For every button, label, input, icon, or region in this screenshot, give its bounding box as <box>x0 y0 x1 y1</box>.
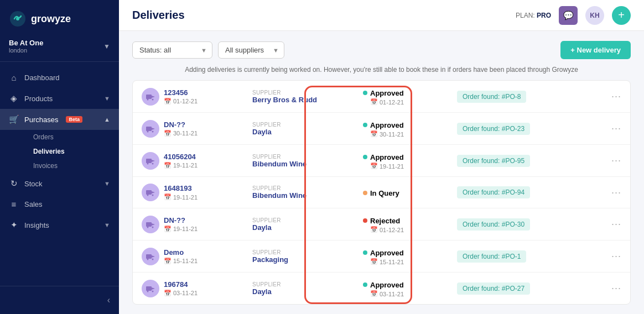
svg-point-25 <box>152 258 154 260</box>
svg-rect-14 <box>146 190 152 195</box>
status-col: In Query <box>363 187 457 197</box>
delivery-id[interactable]: 123456 <box>164 88 252 97</box>
status-text: In Query <box>370 189 399 197</box>
row-actions-button[interactable]: ··· <box>599 123 621 134</box>
svg-point-4 <box>147 98 149 100</box>
row-actions-button[interactable]: ··· <box>599 250 621 262</box>
logo-text: growyze <box>31 13 71 25</box>
calendar-icon: 📅 <box>370 290 378 297</box>
delivery-date: 📅03-11-21 <box>164 290 252 297</box>
delivery-id[interactable]: DN-?? <box>164 121 252 129</box>
user-avatar[interactable]: KH <box>585 6 604 25</box>
order-tag[interactable]: Order found: #PO-95 <box>457 155 530 167</box>
supplier-filter-wrapper: All suppliers ▼ <box>218 41 284 59</box>
order-tag[interactable]: Order found: #PO-1 <box>457 250 526 263</box>
order-tag[interactable]: Order found: #PO-27 <box>457 282 530 295</box>
delivery-id-col: 1648193 📅19-11-21 <box>164 184 252 201</box>
sidebar-item-sales[interactable]: ≡ Sales <box>0 194 119 214</box>
table-row[interactable]: 1648193 📅19-11-21 Supplier Bibendum Wine… <box>133 177 630 208</box>
supplier-label: Supplier <box>252 90 363 96</box>
table-row[interactable]: DN-?? 📅19-11-21 Supplier Dayla Rejected … <box>133 208 630 240</box>
status-text: Approved <box>370 89 404 97</box>
status-dot-icon <box>363 250 367 255</box>
delivery-date: 📅30-11-21 <box>164 130 252 137</box>
order-tag[interactable]: Order found: #PO-8 <box>457 91 526 103</box>
status-date: 📅15-11-21 <box>370 258 457 265</box>
table-row[interactable]: 196784 📅03-11-21 Supplier Dayla Approved… <box>133 273 630 304</box>
order-col: Order found: #PO-30 <box>457 218 599 231</box>
supplier-name: Dayla <box>252 223 363 232</box>
order-tag[interactable]: Order found: #PO-30 <box>457 218 530 231</box>
table-row[interactable]: 41056204 📅19-11-21 Supplier Bibendum Win… <box>133 145 630 177</box>
table-row[interactable]: DN-?? 📅30-11-21 Supplier Dayla Approved … <box>133 113 630 145</box>
delivery-id[interactable]: DN-?? <box>164 216 252 224</box>
sidebar-item-orders[interactable]: Orders <box>24 130 119 144</box>
chevron-down-icon: ▼ <box>103 43 110 50</box>
delivery-avatar <box>142 184 159 201</box>
status-dot-icon <box>363 191 367 195</box>
sidebar-item-purchases[interactable]: 🛒 Purchases Beta ▲ <box>0 109 119 130</box>
org-selector[interactable]: Be At One london ▼ <box>0 35 119 62</box>
toolbar: Status: all Status: approved Status: rej… <box>132 41 631 59</box>
stock-icon: ↻ <box>9 179 19 189</box>
sidebar-item-insights[interactable]: ✦ Insights ▼ <box>0 214 119 236</box>
products-icon: ◈ <box>9 93 19 103</box>
status-text: Rejected <box>370 217 400 225</box>
status-filter[interactable]: Status: all Status: approved Status: rej… <box>132 41 212 59</box>
status-date: 📅03-11-21 <box>370 290 457 297</box>
row-actions-button[interactable]: ··· <box>599 218 621 230</box>
purchases-subnav: Orders Deliveries Invoices <box>0 130 119 173</box>
order-tag[interactable]: Order found: #PO-94 <box>457 186 530 198</box>
supplier-label: Supplier <box>252 281 363 287</box>
chat-button[interactable]: 💬 <box>559 6 578 25</box>
supplier-name: Berry Bros & Rudd <box>252 96 363 104</box>
sidebar-item-deliveries[interactable]: Deliveries <box>24 144 119 159</box>
new-delivery-button[interactable]: + New delivery <box>560 41 631 59</box>
delivery-id[interactable]: 41056204 <box>164 153 252 161</box>
row-actions-button[interactable]: ··· <box>599 91 621 102</box>
sidebar-item-products[interactable]: ◈ Products ▼ <box>0 88 119 109</box>
order-col: Order found: #PO-1 <box>457 250 599 263</box>
delivery-avatar <box>142 120 159 138</box>
supplier-name: Bibendum Wine <box>252 160 363 168</box>
status-date: 📅01-12-21 <box>370 226 457 233</box>
collapse-sidebar-button[interactable]: ‹ <box>0 292 119 308</box>
delivery-id[interactable]: 1648193 <box>164 184 252 192</box>
status-dot-icon <box>363 218 367 223</box>
svg-marker-27 <box>152 287 155 290</box>
sidebar-item-dashboard[interactable]: ⌂ Dashboard <box>0 67 119 88</box>
dashboard-icon: ⌂ <box>9 73 19 82</box>
status-filter-wrapper: Status: all Status: approved Status: rej… <box>132 41 212 59</box>
supplier-filter[interactable]: All suppliers <box>218 41 284 59</box>
supplier-col: Supplier Dayla <box>252 122 363 136</box>
sidebar: growyze Be At One london ▼ ⌂ Dashboard ◈… <box>0 0 119 314</box>
add-button[interactable]: + <box>612 6 631 25</box>
supplier-name: Packaging <box>252 255 363 264</box>
table-row[interactable]: Demo 📅15-11-21 Supplier Packaging Approv… <box>133 240 630 273</box>
supplier-label: Supplier <box>252 154 363 160</box>
svg-marker-7 <box>152 128 155 130</box>
status-badge: Approved <box>363 121 404 129</box>
svg-rect-10 <box>146 159 152 163</box>
sidebar-item-label: Dashboard <box>24 74 60 82</box>
svg-rect-26 <box>146 286 152 291</box>
delivery-id-col: Demo 📅15-11-21 <box>164 248 252 265</box>
delivery-id[interactable]: Demo <box>164 248 252 257</box>
sidebar-item-stock[interactable]: ↻ Stock ▼ <box>0 173 119 194</box>
row-actions-button[interactable]: ··· <box>599 282 621 294</box>
delivery-id[interactable]: 196784 <box>164 280 252 289</box>
delivery-date: 📅19-11-21 <box>164 162 252 169</box>
table-row[interactable]: 123456 📅01-12-21 Supplier Berry Bros & R… <box>133 81 630 113</box>
status-date: 📅19-11-21 <box>370 163 457 170</box>
order-tag[interactable]: Order found: #PO-23 <box>457 123 530 135</box>
plan-info: PLAN: PRO <box>516 12 551 19</box>
row-actions-button[interactable]: ··· <box>599 155 621 166</box>
sidebar-item-invoices[interactable]: Invoices <box>24 159 119 173</box>
supplier-label: Supplier <box>252 122 363 128</box>
row-actions-button[interactable]: ··· <box>599 187 621 198</box>
supplier-col: Supplier Bibendum Wine <box>252 154 363 168</box>
avatar-icon <box>146 187 155 197</box>
svg-rect-2 <box>146 95 152 99</box>
status-col: Approved 📅15-11-21 <box>363 247 457 265</box>
main-nav: ⌂ Dashboard ◈ Products ▼ 🛒 Purchases Bet… <box>0 62 119 286</box>
